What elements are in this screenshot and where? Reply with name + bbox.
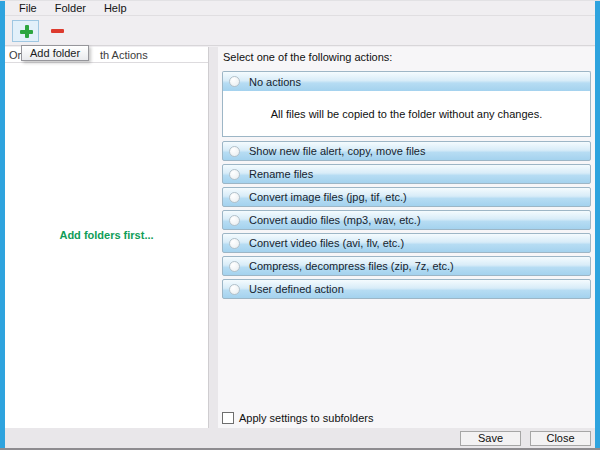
- empty-list-message: Add folders first...: [5, 229, 208, 241]
- radio-icon[interactable]: [229, 146, 240, 157]
- menu-help[interactable]: Help: [95, 1, 136, 16]
- app-window: File Folder Help Add folder On th Action…: [0, 0, 600, 450]
- action-label: No actions: [249, 76, 301, 88]
- action-label: User defined action: [249, 283, 344, 295]
- radio-icon[interactable]: [229, 192, 240, 203]
- radio-icon[interactable]: [229, 169, 240, 180]
- action-option-user-defined-action[interactable]: User defined action: [222, 279, 591, 299]
- menu-bar: File Folder Help: [5, 1, 595, 16]
- action-label: Convert audio files (mp3, wav, etc.): [249, 214, 421, 226]
- action-option-no-actions[interactable]: No actions: [222, 71, 591, 91]
- action-option-convert-audio-files[interactable]: Convert audio files (mp3, wav, etc.): [222, 210, 591, 230]
- radio-icon[interactable]: [229, 238, 240, 249]
- action-label: Convert image files (jpg, tif, etc.): [249, 191, 407, 203]
- action-option-convert-video-files[interactable]: Convert video files (avi, flv, etc.): [222, 233, 591, 253]
- main-area: On th Actions Add folders first... Selec…: [5, 47, 595, 428]
- apply-subfolders-checkbox[interactable]: [222, 412, 234, 424]
- actions-panel: Select one of the following actions: No …: [218, 47, 595, 428]
- apply-subfolders-label: Apply settings to subfolders: [239, 412, 374, 424]
- action-label: Rename files: [249, 168, 313, 180]
- folder-list-panel: On th Actions Add folders first...: [5, 47, 209, 428]
- action-label: Show new file alert, copy, move files: [249, 145, 425, 157]
- actions-panel-title: Select one of the following actions:: [223, 51, 591, 63]
- apply-subfolders-row: Apply settings to subfolders: [222, 412, 374, 424]
- menu-file[interactable]: File: [10, 1, 46, 16]
- plus-icon: [25, 25, 29, 38]
- footer-bar: Save Close: [5, 428, 595, 448]
- column-header-text: th Actions: [100, 49, 148, 61]
- menu-folder[interactable]: Folder: [46, 1, 95, 16]
- action-group-no-actions: No actions All files will be copied to t…: [222, 71, 591, 137]
- add-folder-button[interactable]: [12, 20, 39, 42]
- action-description-text: All files will be copied to the folder w…: [271, 108, 543, 120]
- window-border-right: [595, 1, 600, 450]
- action-option-rename-files[interactable]: Rename files: [222, 164, 591, 184]
- action-description: All files will be copied to the folder w…: [222, 91, 591, 137]
- action-label: Convert video files (avi, flv, etc.): [249, 237, 404, 249]
- radio-icon[interactable]: [229, 261, 240, 272]
- save-button[interactable]: Save: [460, 431, 521, 446]
- add-folder-tooltip: Add folder: [21, 45, 89, 61]
- close-button[interactable]: Close: [530, 431, 591, 446]
- radio-icon[interactable]: [229, 76, 240, 87]
- window-border-left: [0, 1, 5, 450]
- remove-folder-button[interactable]: [44, 20, 71, 42]
- radio-icon[interactable]: [229, 215, 240, 226]
- action-option-convert-image-files[interactable]: Convert image files (jpg, tif, etc.): [222, 187, 591, 207]
- toolbar: [5, 16, 595, 46]
- action-label: Compress, decompress files (zip, 7z, etc…: [249, 260, 454, 272]
- action-option-compress-decompress-files[interactable]: Compress, decompress files (zip, 7z, etc…: [222, 256, 591, 276]
- radio-icon[interactable]: [229, 284, 240, 295]
- minus-icon: [51, 29, 64, 33]
- panel-gutter: [209, 47, 218, 428]
- action-option-show-new-file-alert[interactable]: Show new file alert, copy, move files: [222, 141, 591, 161]
